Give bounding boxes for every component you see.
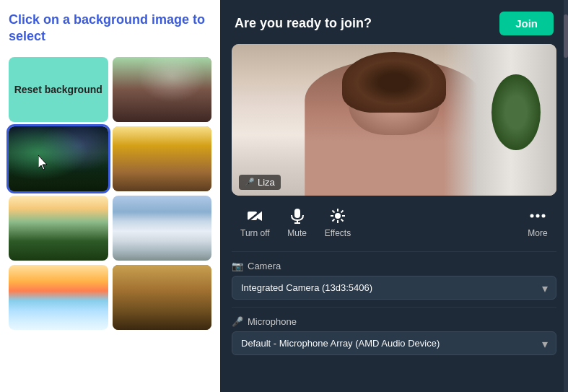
bg-forest[interactable] [9, 196, 108, 261]
user-name: Liza [258, 177, 275, 188]
svg-rect-3 [294, 209, 300, 218]
divider-1 [232, 251, 556, 252]
svg-line-14 [332, 219, 334, 222]
microphone-section: 🎤 Microphone Default - Microphone Array … [220, 310, 568, 360]
svg-line-12 [341, 219, 343, 222]
turn-off-label: Turn off [240, 228, 270, 238]
reset-label: Reset background [14, 83, 102, 96]
microphone-label-text: Microphone [248, 316, 297, 327]
microphone-select-wrapper: Default - Microphone Array (AMD Audio De… [232, 331, 556, 355]
bg-cafe[interactable] [113, 57, 212, 122]
svg-point-6 [335, 213, 341, 219]
svg-line-11 [332, 211, 334, 213]
effects-icon [328, 206, 348, 226]
svg-point-16 [536, 214, 540, 218]
mute-label: Mute [287, 228, 307, 238]
instruction-text: Click on a background image to select [9, 12, 211, 45]
more-icon [528, 206, 548, 226]
more-label: More [528, 228, 547, 238]
turn-off-control[interactable]: Turn off [232, 203, 279, 241]
camera-section: 📷 Camera Integrated Camera (13d3:5406) [220, 255, 568, 304]
microphone-icon: 🎤 [232, 316, 243, 327]
bg-sunset[interactable] [9, 265, 108, 330]
video-person [232, 44, 556, 196]
more-control[interactable]: More [519, 203, 556, 241]
microphone-label: 🎤 Microphone [232, 316, 556, 327]
camera-select[interactable]: Integrated Camera (13d3:5406) [232, 276, 556, 300]
bg-aurora[interactable] [9, 126, 108, 191]
video-container: 🎤 Liza [232, 44, 556, 196]
mic-icon: 🎤 [245, 178, 255, 187]
camera-label-text: Camera [248, 261, 281, 271]
scrollbar[interactable] [564, 0, 568, 392]
camera-icon: 📷 [232, 261, 243, 271]
mute-control[interactable]: Mute [279, 203, 316, 241]
ready-text: Are you ready to join? [235, 16, 372, 31]
hair [342, 52, 446, 113]
effects-control[interactable]: Effects [316, 203, 359, 241]
bg-reset[interactable]: Reset background [9, 57, 108, 122]
bg-plant [491, 74, 541, 150]
svg-point-17 [542, 214, 546, 218]
bg-chairs[interactable] [113, 126, 212, 191]
bg-resort[interactable] [113, 265, 212, 330]
svg-point-15 [530, 214, 534, 218]
camera-label: 📷 Camera [232, 261, 556, 271]
video-off-icon [245, 206, 265, 226]
bg-mountains[interactable] [113, 196, 212, 261]
camera-select-wrapper: Integrated Camera (13d3:5406) [232, 276, 556, 300]
svg-line-13 [341, 211, 343, 213]
mic-mute-icon [287, 206, 307, 226]
controls-bar: Turn off Mute [220, 196, 568, 248]
name-badge: 🎤 Liza [239, 175, 281, 190]
join-button[interactable]: Join [499, 12, 554, 35]
effects-label: Effects [325, 228, 351, 238]
video-header: Are you ready to join? Join [220, 0, 568, 44]
scrollbar-thumb [564, 14, 568, 58]
left-panel: Click on a background image to select Re… [0, 0, 220, 392]
microphone-select[interactable]: Default - Microphone Array (AMD Audio De… [232, 331, 556, 355]
divider-2 [232, 307, 556, 308]
right-panel: Are you ready to join? Join 🎤 Liza [220, 0, 568, 392]
background-grid: Reset background [9, 57, 211, 330]
